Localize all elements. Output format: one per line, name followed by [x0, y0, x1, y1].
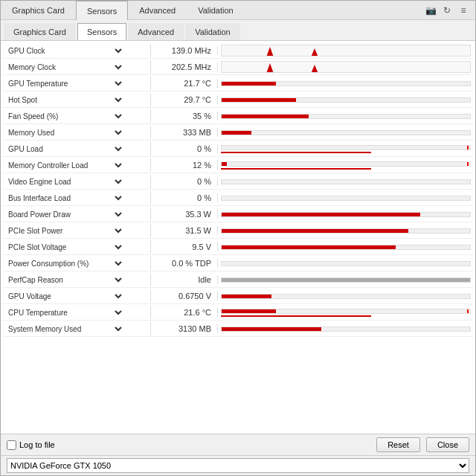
- tab-advanced-outer[interactable]: Advanced: [128, 1, 187, 19]
- table-row: GPU Clock139.0 MHz: [2, 42, 474, 59]
- sensor-bar-cell: [218, 157, 474, 173]
- sensor-value-cell: 333 MB: [151, 128, 218, 137]
- bar-fill: [222, 115, 309, 118]
- bar-track: [221, 245, 471, 250]
- sensor-name-select[interactable]: Fan Speed (%): [5, 109, 124, 123]
- sensor-name-cell: Memory Controller Load: [2, 158, 151, 172]
- sensor-name-select[interactable]: PCIe Slot Voltage: [5, 240, 124, 254]
- sensor-name-select[interactable]: GPU Voltage: [5, 289, 124, 303]
- sensor-bar-cell: [218, 190, 474, 206]
- bar-fill: [222, 98, 296, 102]
- svg-marker-5: [311, 65, 318, 73]
- bar-min-line: [221, 315, 371, 317]
- bottom-bar: Log to file Reset Close: [1, 434, 475, 455]
- bar-track: [221, 261, 471, 266]
- table-row: PCIe Slot Voltage9.5 V: [2, 239, 474, 255]
- tab-validation-outer[interactable]: Validation: [187, 1, 245, 19]
- sensor-bar-cell: [218, 271, 474, 288]
- tab-graphics-card-inner[interactable]: Graphics Card: [4, 23, 76, 40]
- tab-advanced-inner[interactable]: Advanced: [128, 23, 184, 40]
- sensor-name-select[interactable]: Video Engine Load: [5, 175, 124, 188]
- close-button[interactable]: Close: [426, 437, 469, 452]
- bar-spike: [467, 146, 469, 149]
- sensor-value-cell: 12 %: [151, 161, 218, 170]
- bar-track: [221, 196, 471, 201]
- sensor-name-cell: Power Consumption (%): [2, 257, 151, 270]
- sensor-name-select[interactable]: System Memory Used: [5, 322, 124, 335]
- sensor-value-cell: Idle: [151, 275, 218, 284]
- bar-min-line: [221, 152, 371, 153]
- sensor-name-cell: GPU Clock: [2, 44, 151, 57]
- bar-fill: [222, 295, 271, 298]
- sensor-name-select[interactable]: PerfCap Reason: [5, 273, 124, 286]
- sensor-name-select[interactable]: PCIe Slot Power: [5, 224, 124, 237]
- sensor-content: GPU Clock139.0 MHzMemory Clock202.5 MHzG…: [1, 41, 475, 434]
- sensor-name-cell: Memory Clock: [2, 60, 151, 74]
- sensor-name-select[interactable]: GPU Clock: [5, 44, 124, 57]
- refresh-icon[interactable]: ↻: [441, 4, 453, 16]
- reset-button[interactable]: Reset: [376, 437, 420, 452]
- sensor-bar-cell: [218, 124, 474, 141]
- sensor-name-select[interactable]: Bus Interface Load: [5, 191, 124, 205]
- table-row: Memory Used333 MB: [2, 124, 474, 141]
- bar-spike: [467, 309, 469, 313]
- log-to-file-checkbox[interactable]: [7, 440, 16, 450]
- tab-sensors-inner[interactable]: Sensors: [77, 23, 126, 40]
- sensor-name-select[interactable]: Hot Spot: [5, 93, 124, 106]
- table-row: Hot Spot29.7 °C: [2, 91, 474, 108]
- bar-fill: [222, 278, 470, 282]
- sensor-value-cell: 21.6 °C: [151, 308, 218, 317]
- sensor-name-cell: CPU Temperature: [2, 306, 151, 319]
- sensor-name-select[interactable]: Memory Used: [5, 126, 124, 139]
- sensor-value-cell: 3130 MB: [151, 324, 218, 333]
- log-label-text: Log to file: [19, 440, 55, 449]
- sensor-value-cell: 35 %: [151, 112, 218, 120]
- menu-icon[interactable]: ≡: [457, 4, 469, 16]
- sensor-value-cell: 0 %: [151, 144, 218, 153]
- table-row: GPU Voltage0.6750 V: [2, 288, 474, 304]
- bar-fill: [222, 245, 396, 249]
- sensor-name-select[interactable]: Board Power Draw: [5, 208, 124, 221]
- sensor-bar-cell: [218, 75, 474, 91]
- outer-tab-bar: Graphics Card Sensors Advanced Validatio…: [1, 1, 475, 20]
- mini-chart: [221, 61, 471, 73]
- sensor-name-select[interactable]: GPU Temperature: [5, 77, 124, 90]
- sensor-name-select[interactable]: Memory Clock: [5, 60, 124, 74]
- sensor-value-cell: 31.5 W: [151, 226, 218, 235]
- bar-track: [221, 179, 471, 184]
- footer-buttons: Reset Close: [376, 437, 469, 452]
- bar-track: [221, 161, 471, 167]
- device-select[interactable]: NVIDIA GeForce GTX 1050: [7, 458, 469, 473]
- table-row: Bus Interface Load0 %: [2, 190, 474, 206]
- bar-track: [221, 212, 471, 217]
- tab-graphics-card-outer[interactable]: Graphics Card: [1, 1, 76, 19]
- sensor-value-cell: 0.6750 V: [151, 292, 218, 300]
- sensor-name-select[interactable]: GPU Load: [5, 142, 124, 155]
- sensor-name-cell: GPU Temperature: [2, 77, 151, 90]
- sensor-bar-cell: [218, 42, 474, 59]
- sensor-name-select[interactable]: Power Consumption (%): [5, 257, 124, 270]
- sensor-value-cell: 21.7 °C: [151, 79, 218, 88]
- sensor-bar-cell: [218, 304, 474, 321]
- main-window: Graphics Card Sensors Advanced Validatio…: [0, 0, 476, 476]
- sensor-value-cell: 0 %: [151, 177, 218, 186]
- table-row: System Memory Used3130 MB: [2, 321, 474, 337]
- sensor-name-select[interactable]: Memory Controller Load: [5, 158, 124, 172]
- tab-validation-inner[interactable]: Validation: [185, 23, 240, 40]
- svg-marker-4: [266, 63, 274, 73]
- log-to-file-label[interactable]: Log to file: [7, 440, 55, 450]
- tab-sensors-outer[interactable]: Sensors: [76, 1, 128, 20]
- sensor-name-cell: Hot Spot: [2, 93, 151, 106]
- sensor-name-select[interactable]: CPU Temperature: [5, 306, 124, 319]
- table-row: GPU Load0 %: [2, 141, 474, 157]
- bar-spike: [467, 162, 469, 166]
- bar-track: [221, 130, 471, 135]
- svg-marker-1: [266, 47, 274, 57]
- sensor-bar-cell: [218, 321, 474, 337]
- sensor-name-cell: Memory Used: [2, 126, 151, 139]
- sensor-name-cell: GPU Load: [2, 142, 151, 155]
- camera-icon[interactable]: 📷: [425, 4, 437, 16]
- bar-track: [221, 81, 471, 86]
- sensor-value-cell: 35.3 W: [151, 210, 218, 219]
- svg-marker-2: [311, 48, 318, 57]
